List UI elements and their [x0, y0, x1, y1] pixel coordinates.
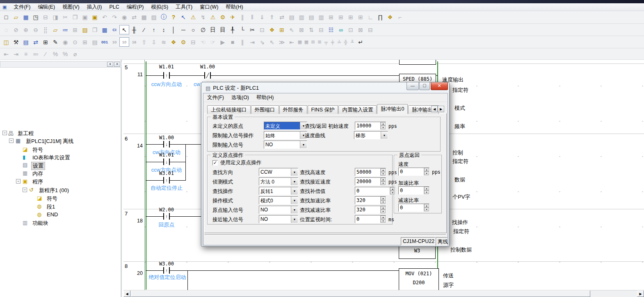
unit-setup-button[interactable]: ⊞: [336, 13, 346, 22]
monitor-step-button[interactable]: ▥: [316, 13, 326, 22]
save-button[interactable]: ▦: [21, 13, 31, 22]
resume-hand-button[interactable]: ☞: [208, 37, 218, 47]
paste-special-button[interactable]: ▣: [90, 13, 100, 22]
new-file-button[interactable]: □: [1, 13, 11, 22]
maximize-button[interactable]: ☐: [419, 82, 430, 90]
spinner-value[interactable]: 50000: [355, 168, 380, 176]
mnemonic-view-button[interactable]: ☷: [326, 25, 336, 34]
spin-down-icon[interactable]: ▼: [424, 190, 429, 194]
dropdown[interactable]: 方法 0 ▼: [259, 177, 298, 186]
align-3-button[interactable]: ╧: [336, 37, 343, 47]
watch-glasses-button[interactable]: ∞: [336, 25, 346, 34]
tree-expander-icon[interactable]: −: [23, 188, 27, 192]
minimize-button[interactable]: —: [406, 82, 419, 90]
zoom-in-button[interactable]: ⊕: [21, 25, 31, 34]
error-find-button[interactable]: ⚠: [208, 13, 218, 22]
diff-x-button[interactable]: ⊠: [297, 25, 306, 34]
spin-up-icon[interactable]: ▲: [381, 197, 386, 200]
sim-run-button[interactable]: ▶: [218, 37, 228, 47]
tree-item[interactable]: − ▣ 程序: [0, 178, 122, 186]
spin-up-icon[interactable]: ▲: [424, 187, 429, 190]
spin-up-icon[interactable]: ▲: [381, 168, 386, 172]
align-2-button[interactable]: ╪: [329, 37, 336, 47]
number-spinner[interactable]: 0 ▲ ▼: [398, 186, 429, 195]
paste-button[interactable]: ▣: [80, 13, 90, 22]
scroll-left-icon[interactable]: ◀: [123, 290, 130, 297]
percent-1-button[interactable]: %: [50, 49, 60, 59]
select-tool-button[interactable]: ↖: [119, 25, 129, 34]
window-view-3-button[interactable]: ⊟: [365, 25, 375, 34]
dropdown[interactable]: NO ▼: [259, 215, 298, 223]
number-spinner[interactable]: 0 ▲ ▼: [398, 204, 429, 212]
coil-nc-tool[interactable]: ∅: [198, 25, 208, 34]
settings-tab[interactable]: FINS 保护: [308, 105, 338, 114]
menu-item[interactable]: 模拟(S): [148, 3, 172, 11]
settings-tab[interactable]: 脉冲输出0: [377, 104, 408, 114]
chevron-down-icon[interactable]: ▼: [291, 197, 298, 204]
compile-all-button[interactable]: ↯: [198, 13, 208, 22]
io-comment-view-button[interactable]: ▦: [100, 25, 110, 34]
step-trace-button[interactable]: ∟: [365, 13, 375, 22]
print-button[interactable]: ⊟: [41, 13, 50, 22]
tr-tool[interactable]: ╀: [228, 25, 238, 34]
spin-down-icon[interactable]: ▼: [381, 200, 386, 204]
settings-tab[interactable]: 外部服务: [279, 105, 307, 114]
release-button[interactable]: ⌐: [395, 13, 405, 22]
spin-up-icon[interactable]: ▲: [381, 215, 386, 219]
swap-views-button[interactable]: ⇄: [31, 37, 41, 47]
ladder-contact[interactable]: ↓: [163, 141, 170, 147]
window-view-2-button[interactable]: ⊠: [356, 25, 365, 34]
rack-monitor-button[interactable]: ⊞: [346, 13, 356, 22]
spin-up-icon[interactable]: ▲: [381, 122, 386, 126]
spin-down-icon[interactable]: ▼: [381, 126, 386, 129]
chevron-down-icon[interactable]: ▼: [291, 206, 298, 213]
contact-up-tool[interactable]: ↑: [149, 25, 159, 34]
cross-reference-button[interactable]: ◉: [60, 37, 70, 47]
corner-tool[interactable]: └: [238, 25, 247, 34]
grid-style-2-button[interactable]: ▦: [303, 37, 310, 47]
tree-item[interactable]: ▦ 内存: [0, 170, 122, 177]
slope-x-button[interactable]: ⌀: [70, 49, 80, 59]
scrollbar-thumb[interactable]: [131, 290, 590, 297]
dropdown[interactable]: 未定义 ▼: [264, 122, 307, 130]
spin-up-icon[interactable]: ▲: [424, 168, 429, 172]
close-icon[interactable]: ✕: [114, 62, 120, 67]
spin-down-icon[interactable]: ▼: [381, 210, 386, 213]
online-work-button[interactable]: ⚙: [218, 13, 228, 22]
settings-tab[interactable]: 内置输入设置: [338, 105, 377, 114]
spin-down-icon[interactable]: ▼: [381, 172, 386, 176]
tree-item[interactable]: − 品 新工程: [0, 129, 122, 137]
menu-item[interactable]: 编辑(E): [34, 3, 59, 11]
build-button[interactable]: ⚒: [11, 37, 21, 47]
settings-tab[interactable]: 外围端口: [251, 105, 279, 114]
diff-in-button[interactable]: ⇖: [287, 25, 297, 34]
chevron-down-icon[interactable]: ▼: [291, 187, 298, 195]
section-list-button[interactable]: ▤: [80, 25, 90, 34]
menu-item[interactable]: 帮助(H): [222, 3, 247, 11]
menu-item[interactable]: 文件(F): [10, 3, 34, 11]
redo-button[interactable]: ↷: [110, 13, 119, 22]
ladder-contact[interactable]: ↓: [163, 159, 170, 165]
delete-line-tool[interactable]: ✂: [247, 25, 257, 34]
hex-display-button[interactable]: 16: [129, 37, 139, 47]
find-button[interactable]: ◉: [119, 13, 129, 22]
io-table-button[interactable]: ⊞: [326, 13, 336, 22]
diff-updown-button[interactable]: ⇅: [306, 25, 316, 34]
align-4-button[interactable]: ╬: [343, 37, 349, 47]
new-window-button[interactable]: ⊞: [41, 37, 50, 47]
dropdown[interactable]: 反转1 ▼: [259, 187, 298, 195]
copy-button[interactable]: ❐: [70, 13, 80, 22]
sim-stop-button[interactable]: ■: [228, 37, 238, 47]
spinner-value[interactable]: 320: [355, 206, 380, 213]
ladder-contact[interactable]: ↑: [163, 267, 170, 274]
sim-pause-button[interactable]: ∥: [238, 37, 247, 47]
spinner-value[interactable]: 20000: [355, 178, 380, 185]
monitor-pause-button[interactable]: ▥: [297, 13, 306, 22]
chevron-down-icon[interactable]: ▼: [291, 168, 298, 176]
compare-button[interactable]: ⇄: [277, 13, 287, 22]
contact-no-tool[interactable]: ╫: [129, 25, 139, 34]
tree-toggle-button[interactable]: ❐: [90, 25, 100, 34]
number-spinner[interactable]: 20000 ▲ ▼: [355, 177, 386, 186]
binary-monitor-button[interactable]: 001: [100, 37, 110, 47]
close-button[interactable]: ✕: [431, 82, 448, 90]
